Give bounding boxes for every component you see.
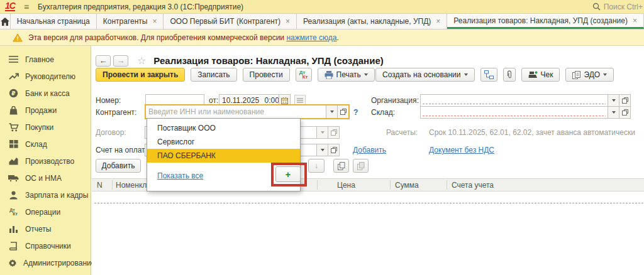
paste-row-button[interactable] bbox=[353, 159, 369, 173]
sidebar-item-main[interactable]: Главное bbox=[0, 51, 91, 68]
tab-counterparties[interactable]: Контрагенты × bbox=[97, 14, 164, 29]
buy-version-link[interactable]: нажмите сюда bbox=[286, 33, 336, 42]
open-link-icon bbox=[622, 97, 628, 104]
open-button[interactable] bbox=[337, 105, 348, 118]
tab-sales-invoice-new[interactable]: Реализация товаров: Накладная, УПД (созд… bbox=[447, 14, 644, 29]
counterparty-input[interactable] bbox=[146, 105, 326, 118]
sidebar-item-payroll-hr[interactable]: Зарплата и кадры bbox=[0, 186, 91, 203]
edo-button[interactable]: ЭДО bbox=[565, 68, 614, 82]
move-down-button[interactable]: ↓ bbox=[308, 159, 325, 173]
open-link-icon bbox=[331, 129, 337, 136]
favorite-star-icon[interactable]: ☆ bbox=[137, 55, 146, 67]
tab-label: Начальная страница bbox=[17, 17, 90, 26]
add-row-button[interactable]: Добавить bbox=[96, 159, 141, 173]
column-header-amount: Сумма bbox=[395, 179, 419, 191]
sidebar-item-administration[interactable]: Администрирование bbox=[0, 254, 91, 271]
counterparty-label: Контрагент: bbox=[96, 108, 136, 117]
sidebar-item-label: Главное bbox=[25, 55, 54, 64]
number-label: Номер: bbox=[96, 96, 121, 105]
back-arrow-icon: ← bbox=[99, 56, 108, 65]
attachments-button[interactable] bbox=[503, 68, 516, 82]
1c-logo-icon: 1С bbox=[5, 2, 15, 11]
app-window: 1С ≡ Бухгалтерия предприятия, редакция 3… bbox=[0, 0, 644, 275]
date-prefix-label: от: bbox=[209, 96, 218, 105]
copy-row-button[interactable] bbox=[333, 159, 349, 173]
show-postings-button[interactable]: ДтКт bbox=[296, 68, 312, 82]
sidebar-item-warehouse[interactable]: Склад bbox=[0, 136, 91, 153]
organization-field[interactable] bbox=[420, 94, 631, 107]
add-invoice-link[interactable]: Добавить bbox=[353, 146, 386, 154]
tab-label: Контрагенты bbox=[103, 17, 148, 26]
sidebar-item-directories[interactable]: Справочники bbox=[0, 237, 91, 254]
create-new-counterparty-button[interactable]: + bbox=[275, 166, 301, 182]
trend-icon bbox=[8, 73, 19, 80]
main-menu-button[interactable]: ≡ bbox=[24, 2, 29, 12]
printer-icon bbox=[325, 71, 333, 79]
home-tab[interactable] bbox=[0, 14, 11, 29]
invoice-label: Счет на оплату: bbox=[96, 146, 151, 154]
tab-home-page[interactable]: Начальная страница bbox=[11, 14, 97, 29]
open-button[interactable] bbox=[328, 144, 339, 156]
sidebar-item-reports[interactable]: Отчеты bbox=[0, 220, 91, 237]
create-based-on-button[interactable]: Создать на основании bbox=[375, 68, 475, 82]
close-icon[interactable]: × bbox=[633, 16, 637, 25]
save-button[interactable]: Записать bbox=[191, 68, 236, 82]
close-icon[interactable]: × bbox=[152, 17, 157, 26]
ruble-circle-icon: ₽ bbox=[8, 89, 19, 98]
sidebar-item-fixed-assets[interactable]: ОС и НМА bbox=[0, 170, 91, 186]
print-button[interactable]: Печать bbox=[318, 68, 375, 82]
column-header-accounts: Счета учета bbox=[452, 179, 494, 191]
dtkt-icon: ДтКт bbox=[8, 208, 19, 216]
gear-icon bbox=[8, 259, 17, 267]
sidebar-item-sales[interactable]: Продажи bbox=[0, 102, 91, 119]
sidebar-item-purchases[interactable]: Покупки bbox=[0, 119, 91, 136]
sidebar-item-label: Продажи bbox=[25, 106, 57, 115]
sidebar-item-production[interactable]: Производство bbox=[0, 153, 91, 170]
dev-version-banner: Эта версия для разработчиков. Для приобр… bbox=[0, 30, 644, 46]
dropdown-item[interactable]: Поставщик ООО bbox=[147, 121, 300, 135]
caret-down-icon bbox=[612, 99, 616, 102]
sidebar-item-operations[interactable]: ДтКт Операции bbox=[0, 203, 91, 220]
edo-documents-icon bbox=[572, 71, 580, 79]
dropdown-arrow-button[interactable] bbox=[608, 95, 619, 106]
settlements-value: Срок 10.11.2025, 62.01, 62.02, зачет ава… bbox=[429, 128, 635, 137]
caret-down-icon bbox=[364, 73, 368, 76]
related-documents-button[interactable] bbox=[480, 68, 497, 82]
dtkt-icon: ДтКт bbox=[299, 70, 308, 79]
no-vat-link[interactable]: Документ без НДС bbox=[429, 146, 494, 154]
open-link-icon bbox=[622, 109, 628, 116]
sidebar-item-bank-cash[interactable]: ₽ Банк и касса bbox=[0, 85, 91, 102]
tab-label: Реализация (акты, накладные, УПД) bbox=[303, 17, 431, 26]
dropdown-item-selected[interactable]: ПАО СБЕРБАНК bbox=[147, 149, 300, 163]
dropdown-item[interactable]: Сервислог bbox=[147, 135, 300, 149]
warning-suffix: . bbox=[336, 33, 338, 42]
back-button[interactable]: ← bbox=[96, 55, 111, 67]
person-icon bbox=[8, 191, 19, 200]
help-button[interactable]: ? bbox=[353, 108, 358, 117]
post-button[interactable]: Провести bbox=[243, 68, 290, 82]
warehouse-field[interactable] bbox=[420, 106, 631, 119]
sidebar-item-manager[interactable]: Руководителю bbox=[0, 68, 91, 85]
paperclip-icon bbox=[507, 70, 512, 79]
receipt-button[interactable]: Чек bbox=[521, 68, 560, 82]
global-search[interactable]: Поиск Ctrl+ bbox=[592, 3, 643, 11]
close-icon[interactable]: × bbox=[436, 17, 440, 26]
caret-down-icon bbox=[603, 73, 607, 76]
show-all-link[interactable]: Показать все bbox=[157, 171, 203, 180]
dropdown-arrow-button[interactable] bbox=[326, 105, 337, 118]
svg-text:₽: ₽ bbox=[11, 90, 15, 97]
forward-button[interactable]: → bbox=[113, 55, 128, 67]
tab-counterparty-card[interactable]: ООО Первый БИТ (Контрагент) × bbox=[164, 14, 297, 29]
open-button[interactable] bbox=[619, 107, 630, 118]
post-and-close-button[interactable]: Провести и закрыть bbox=[96, 68, 185, 82]
dropdown-arrow-button[interactable] bbox=[316, 144, 328, 156]
dropdown-arrow-button[interactable] bbox=[608, 107, 619, 118]
close-icon[interactable]: × bbox=[286, 17, 290, 26]
open-button[interactable] bbox=[619, 95, 630, 106]
app-title: Бухгалтерия предприятия, редакция 3.0 (1… bbox=[38, 3, 243, 11]
warning-text: Эта версия для разработчиков. Для приобр… bbox=[28, 33, 284, 42]
sidebar-item-label: Операции bbox=[25, 208, 60, 217]
sidebar-item-label: Зарплата и кадры bbox=[25, 191, 88, 200]
counterparty-field[interactable] bbox=[145, 104, 350, 119]
tab-sales-documents[interactable]: Реализация (акты, накладные, УПД) × bbox=[297, 14, 447, 29]
